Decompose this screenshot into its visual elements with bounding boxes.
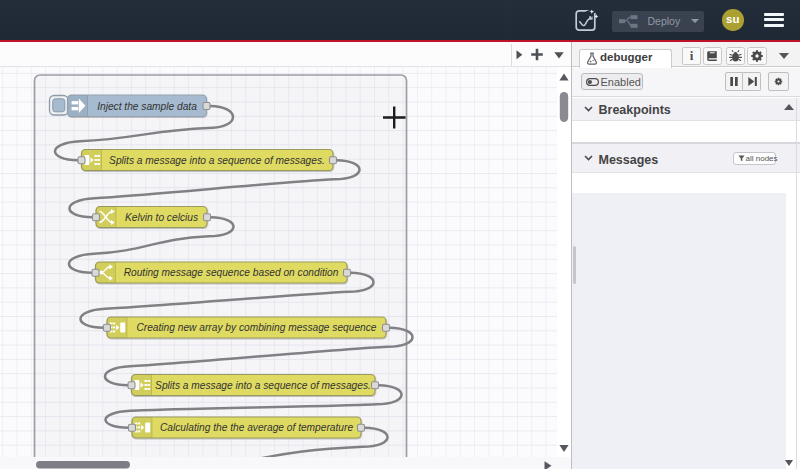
svg-text:Routing message sequence based: Routing message sequence based on condit… <box>124 267 339 278</box>
svg-text:Calculating the the average of: Calculating the the average of temperatu… <box>160 422 353 433</box>
svg-text:Kelvin to celcius: Kelvin to celcius <box>125 212 198 223</box>
svg-text:Inject the sample data: Inject the sample data <box>97 101 197 112</box>
svg-text:Creating new array by combinin: Creating new array by combining message … <box>136 322 376 333</box>
svg-text:Splits a message into a sequen: Splits a message into a sequence of mess… <box>155 380 371 391</box>
svg-text:Splits a message into a sequen: Splits a message into a sequence of mess… <box>109 155 325 166</box>
